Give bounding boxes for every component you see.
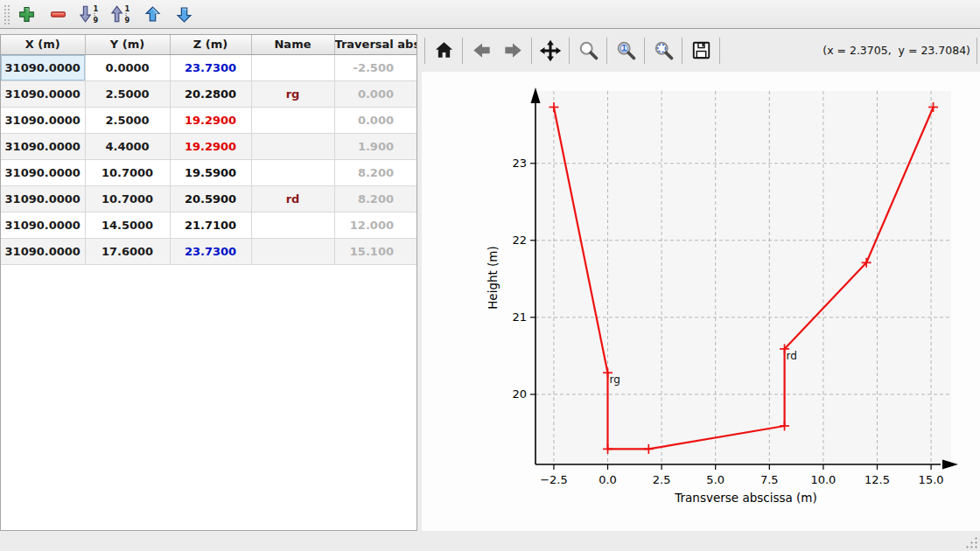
pan-arrows-icon: [539, 39, 562, 62]
cell-name[interactable]: rd: [251, 185, 334, 212]
sort-ascending-button[interactable]: 1 9: [110, 3, 131, 24]
cell-name[interactable]: rg: [251, 80, 334, 107]
cell-traversal[interactable]: -2.500: [334, 54, 416, 80]
cell-traversal[interactable]: 1.900: [334, 133, 416, 159]
sort-descending-button[interactable]: 1 9: [79, 3, 100, 24]
profile-figure: −2.50.02.55.07.510.012.515.020212223rgrd…: [422, 72, 980, 531]
home-button[interactable]: [428, 35, 459, 66]
point-label-rg: rg: [610, 373, 620, 386]
cell-y[interactable]: 14.5000: [85, 212, 170, 238]
svg-text:1: 1: [621, 44, 626, 52]
table-row: 31090.00000.000023.7300-2.500: [1, 54, 416, 80]
cell-name[interactable]: [251, 212, 334, 238]
cell-name[interactable]: [251, 238, 334, 264]
zoom-fit-button[interactable]: [648, 35, 679, 66]
x-tick-label: −2.5: [540, 473, 568, 486]
cell-x[interactable]: 31090.0000: [1, 133, 85, 159]
arrow-left-icon: [471, 39, 493, 61]
separator: [719, 38, 720, 64]
cell-y[interactable]: 4.4000: [85, 133, 170, 159]
table-row: 31090.000014.500021.710012.000: [1, 212, 416, 238]
y-tick-label: 22: [512, 234, 527, 247]
move-point-up-button[interactable]: [142, 3, 163, 24]
blue-arrow-up-icon: [144, 5, 162, 24]
back-button[interactable]: [466, 35, 497, 66]
separator: [424, 38, 425, 64]
separator: [569, 38, 570, 64]
cell-y[interactable]: 10.7000: [85, 159, 170, 185]
separator: [976, 38, 977, 64]
cell-traversal[interactable]: 0.000: [334, 107, 416, 133]
cross-section-plot[interactable]: −2.50.02.55.07.510.012.515.020212223rgrd…: [422, 72, 980, 531]
cell-y[interactable]: 0.0000: [85, 54, 170, 80]
home-icon: [433, 39, 455, 61]
svg-text:9: 9: [93, 16, 98, 24]
cell-z[interactable]: 19.5900: [170, 159, 251, 185]
cell-x[interactable]: 31090.0000: [1, 54, 85, 80]
cell-traversal[interactable]: 0.000: [334, 80, 416, 107]
zoom-button[interactable]: [572, 35, 604, 66]
table-row: 31090.000010.700019.59008.200: [1, 159, 416, 185]
cell-y[interactable]: 2.5000: [85, 107, 170, 133]
cell-x[interactable]: 31090.0000: [1, 159, 85, 185]
cell-name[interactable]: [251, 107, 334, 133]
cell-z[interactable]: 19.2900: [170, 107, 251, 133]
y-tick-label: 20: [512, 387, 527, 401]
remove-point-button[interactable]: [47, 3, 68, 24]
add-point-button[interactable]: [16, 3, 37, 24]
column-header-x[interactable]: X (m): [1, 35, 85, 54]
x-tick-label: 0.0: [598, 473, 617, 486]
cell-x[interactable]: 31090.0000: [1, 212, 85, 238]
cell-name[interactable]: [251, 159, 334, 185]
cell-x[interactable]: 31090.0000: [1, 238, 85, 264]
cell-x[interactable]: 31090.0000: [1, 185, 85, 212]
cell-x[interactable]: 31090.0000: [1, 107, 85, 133]
cell-z[interactable]: 20.5900: [170, 185, 251, 212]
blue-arrow-down-icon: [175, 5, 193, 24]
table-row: 31090.00002.500019.29000.000: [1, 107, 416, 133]
minus-icon: [49, 5, 67, 24]
cell-z[interactable]: 23.7300: [170, 238, 251, 264]
table-row: 31090.000010.700020.5900rd8.200: [1, 185, 416, 212]
main-toolbar: 1 9 1 9: [0, 0, 980, 29]
save-figure-button[interactable]: [685, 35, 717, 66]
magnifier-1-icon: 1: [615, 39, 637, 61]
window-resize-grip[interactable]: [964, 535, 977, 548]
cell-z[interactable]: 23.7300: [170, 54, 251, 80]
cell-traversal[interactable]: 12.000: [334, 212, 416, 238]
toolbar-grip[interactable]: [4, 4, 10, 24]
point-label-rd: rd: [787, 350, 797, 362]
cell-z[interactable]: 21.7100: [170, 212, 251, 238]
cell-z[interactable]: 19.2900: [170, 133, 251, 159]
cell-traversal[interactable]: 15.100: [334, 238, 416, 264]
column-header-traversal[interactable]: Traversal abs (m): [334, 35, 416, 54]
plus-icon: [18, 5, 36, 24]
pan-button[interactable]: [535, 35, 566, 66]
cell-x[interactable]: 31090.0000: [1, 80, 85, 107]
column-header-z[interactable]: Z (m): [170, 35, 251, 54]
cell-traversal[interactable]: 8.200: [334, 185, 416, 212]
zoom-to-rect-button[interactable]: 1: [610, 35, 641, 66]
cell-y[interactable]: 2.5000: [85, 80, 170, 107]
separator: [531, 38, 532, 64]
separator: [606, 38, 607, 64]
column-header-name[interactable]: Name: [251, 35, 334, 54]
cell-z[interactable]: 20.2800: [170, 80, 251, 107]
forward-button[interactable]: [497, 35, 528, 66]
cell-y[interactable]: 10.7000: [85, 185, 170, 212]
separator: [644, 38, 645, 64]
cell-name[interactable]: [251, 54, 334, 80]
x-tick-label: 7.5: [760, 473, 779, 486]
table-row: 31090.00002.500020.2800rg0.000: [1, 80, 416, 107]
cell-name[interactable]: [251, 133, 334, 159]
table-body: 31090.00000.000023.7300-2.50031090.00002…: [1, 54, 416, 264]
points-table-panel: X (m) Y (m) Z (m) Name Traversal abs (m)…: [0, 34, 417, 531]
x-axis-title: Transverse abscissa (m): [674, 491, 817, 505]
cell-traversal[interactable]: 8.200: [334, 159, 416, 185]
cell-y[interactable]: 17.6000: [85, 238, 170, 264]
column-header-y[interactable]: Y (m): [85, 35, 170, 54]
move-point-down-button[interactable]: [173, 3, 194, 24]
arrow-down-1-9-icon: 1 9: [80, 4, 99, 24]
x-tick-label: 5.0: [706, 473, 724, 486]
table-row: 31090.00004.400019.29001.900: [1, 133, 416, 159]
